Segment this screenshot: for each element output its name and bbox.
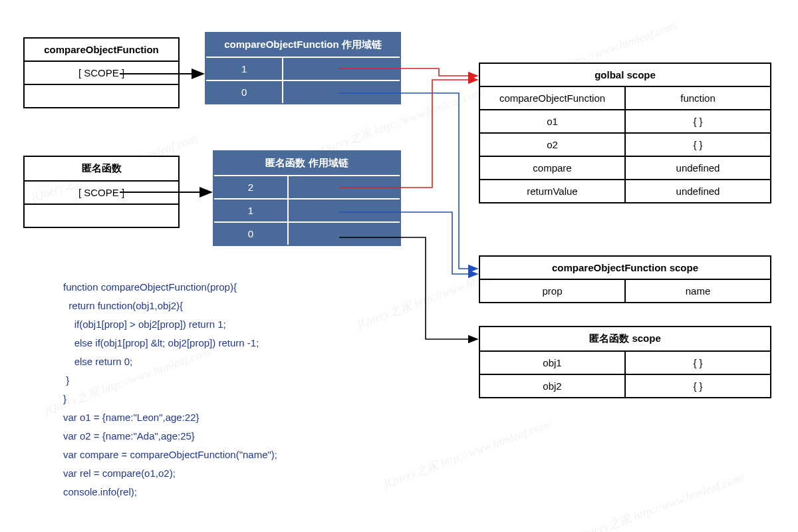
global-row-key: compare: [480, 157, 626, 180]
box-cof-empty: [25, 85, 178, 107]
watermark: jQuery之家 http://www.htmleaf.com/: [575, 469, 747, 532]
chain-anon-index-2: 2: [214, 176, 289, 200]
cof-scope-title: compareObjectFunction scope: [480, 257, 770, 280]
global-row-val: function: [626, 87, 770, 110]
cof-scope-val: name: [626, 280, 770, 302]
anon-scope-table: 匿名函数 scope obj1{ } obj2{ }: [479, 326, 771, 398]
chain-anon-title: 匿名函数 作用域链: [214, 152, 400, 176]
anon-scope-val: { }: [626, 375, 770, 397]
box-cof-scope: [ SCOPE ]: [25, 62, 178, 85]
anon-scope-title: 匿名函数 scope: [480, 327, 770, 352]
global-row-val: { }: [626, 134, 770, 157]
global-row-val: undefined: [626, 157, 770, 180]
global-scope-title: golbal scope: [480, 64, 770, 87]
anon-scope-key: obj2: [480, 375, 626, 397]
global-row-val: undefined: [626, 180, 770, 202]
global-scope-table: golbal scope compareObjectFunctionfuncti…: [479, 63, 771, 203]
arrow-anon-0-to-anonscope: [339, 237, 477, 339]
chain-cof-slot-0: [283, 81, 400, 103]
box-compare-object-function: compareObjectFunction [ SCOPE ]: [23, 37, 180, 108]
watermark: jQuery之家 http://www.htmleaf.com/: [382, 416, 554, 491]
global-row-key: o1: [480, 110, 626, 134]
global-row-val: { }: [626, 110, 770, 134]
chain-anon-index-1: 1: [214, 200, 289, 223]
chain-cof-slot-1: [283, 58, 400, 81]
global-row-key: returnValue: [480, 180, 626, 202]
chain-cof-index-0: 0: [206, 81, 283, 103]
global-row-key: compareObjectFunction: [480, 87, 626, 110]
chain-anon-slot-1: [289, 200, 400, 223]
global-row-key: o2: [480, 134, 626, 157]
box-anon-title: 匿名函数: [25, 157, 178, 182]
box-cof-title: compareObjectFunction: [25, 39, 178, 62]
chain-anon: 匿名函数 作用域链 2 1 0: [213, 150, 401, 246]
chain-cof-index-1: 1: [206, 58, 283, 81]
chain-anon-index-0: 0: [214, 223, 289, 245]
chain-anon-slot-2: [289, 176, 400, 200]
cof-scope-key: prop: [480, 280, 626, 302]
anon-scope-key: obj1: [480, 352, 626, 375]
cof-scope-table: compareObjectFunction scope propname: [479, 255, 771, 303]
chain-cof: compareObjectFunction 作用域链 1 0: [205, 32, 401, 104]
code-listing: function compareObjectFunction(prop){ re…: [63, 278, 277, 501]
chain-cof-title: compareObjectFunction 作用域链: [206, 33, 400, 58]
chain-anon-slot-0: [289, 223, 400, 245]
box-anonymous-function: 匿名函数 [ SCOPE ]: [23, 156, 180, 228]
box-anon-scope: [ SCOPE ]: [25, 182, 178, 205]
box-anon-empty: [25, 205, 178, 227]
anon-scope-val: { }: [626, 352, 770, 375]
